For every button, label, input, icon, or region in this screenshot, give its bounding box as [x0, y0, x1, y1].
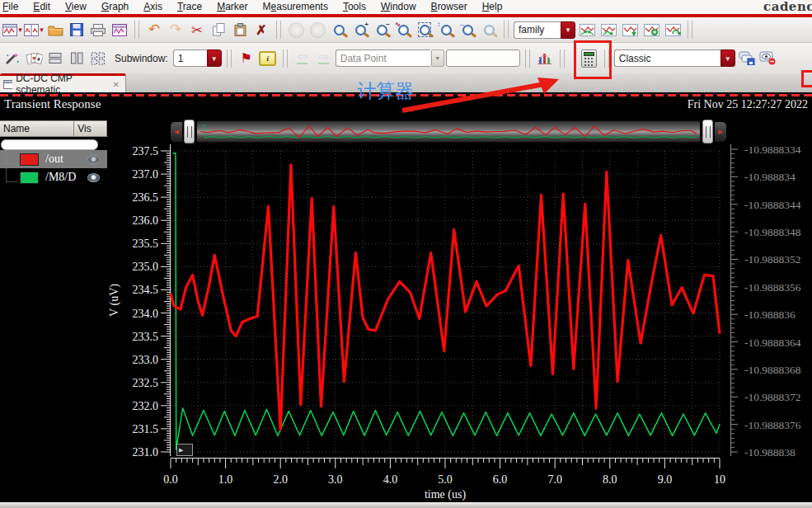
zoom-y-button[interactable]: ↔: [458, 19, 477, 40]
save-labels-button[interactable]: [737, 48, 757, 69]
graph-area[interactable]: Transient Response Fri Nov 25 12:27:27 2…: [0, 92, 812, 502]
dropdown-arrow-icon[interactable]: ▾: [561, 21, 575, 39]
new-subwindow-button[interactable]: ▾: [24, 19, 44, 40]
print-button[interactable]: [88, 19, 108, 40]
svg-text:0.0: 0.0: [163, 473, 178, 486]
x-axis-ticks: [171, 459, 720, 469]
menu-edit[interactable]: Edit: [26, 0, 58, 14]
vertical-split-button[interactable]: [67, 48, 87, 69]
menu-file[interactable]: File: [0, 0, 26, 14]
svg-text:-10.9888352: -10.9888352: [744, 253, 801, 266]
family-combo-value: family: [514, 21, 561, 39]
grid-layout-button[interactable]: [88, 48, 108, 69]
svg-text:232.0: 232.0: [133, 400, 159, 412]
undo-button[interactable]: ↶: [144, 19, 164, 40]
svg-text:-10.9888334: -10.9888334: [744, 143, 801, 156]
menu-measurements[interactable]: Measurements: [256, 0, 336, 14]
replay-button[interactable]: ▶: [176, 444, 193, 456]
copy-button[interactable]: [209, 19, 228, 40]
zoom-waveform-button[interactable]: ∿: [393, 19, 413, 40]
toolbar-separator: [227, 49, 232, 68]
combine-traces-button[interactable]: [598, 19, 618, 40]
tab-close-icon[interactable]: ✕: [113, 80, 120, 89]
dropdown-arrow-icon[interactable]: ▾: [720, 49, 735, 67]
appearance-combo[interactable]: Classic▾: [614, 49, 735, 67]
save-button[interactable]: [67, 19, 87, 40]
menu-browser[interactable]: Browser: [424, 0, 475, 14]
wizard-button[interactable]: ✦✦✦: [2, 48, 22, 69]
dropdown-arrow-icon[interactable]: ▾: [431, 49, 444, 67]
menu-view[interactable]: View: [58, 0, 94, 14]
annotation-button[interactable]: i: [258, 48, 278, 69]
subwindow-combo[interactable]: 1▾: [173, 49, 222, 67]
split-traces-button[interactable]: [620, 19, 640, 40]
menu-marker[interactable]: Marker: [209, 0, 255, 14]
add-strip-button[interactable]: [641, 19, 661, 40]
new-graph-window-button[interactable]: ▾: [2, 19, 22, 40]
graph-snapshot-button[interactable]: [110, 19, 129, 40]
svg-text:-10.9888364: -10.9888364: [744, 336, 801, 349]
menu-window[interactable]: Window: [373, 0, 424, 14]
subwindow-label: Subwindow:: [115, 53, 168, 64]
calculator-button[interactable]: [580, 48, 599, 69]
svg-text:232.5: 232.5: [133, 377, 159, 389]
redo-button[interactable]: ↷: [166, 19, 185, 40]
svg-text:10: 10: [714, 473, 725, 486]
fit-view-button[interactable]: [415, 19, 434, 40]
menu-graph[interactable]: Graph: [94, 0, 136, 14]
histogram-button[interactable]: [535, 48, 555, 69]
svg-text:8.0: 8.0: [603, 473, 617, 486]
family-combo[interactable]: family▾: [514, 21, 575, 39]
swap-traces-button[interactable]: [577, 19, 597, 40]
zoom-region-button[interactable]: [479, 19, 499, 40]
flag-button[interactable]: ⚑: [237, 48, 256, 69]
grid-lines: [171, 151, 720, 452]
menu-tools[interactable]: Tools: [336, 0, 373, 14]
zoom-button[interactable]: [329, 19, 349, 40]
svg-text:231.0: 231.0: [133, 446, 159, 459]
right-axis-ticks: [731, 144, 739, 456]
previous-point-button[interactable]: ⇦: [293, 48, 312, 69]
svg-text:237.5: 237.5: [133, 145, 159, 158]
svg-text:-10.9888356: -10.9888356: [744, 281, 801, 294]
data-point-value-field[interactable]: [446, 49, 520, 67]
svg-text:2.0: 2.0: [273, 473, 288, 486]
toolbar-separator: [283, 49, 288, 68]
toolbar-separator: [525, 49, 530, 68]
previous-zoom-button[interactable]: ◀: [286, 19, 306, 40]
annotation-highlight-fragment: [801, 70, 812, 87]
menu-trace[interactable]: Trace: [170, 0, 209, 14]
hide-labels-button[interactable]: [758, 48, 778, 69]
horizontal-split-button[interactable]: [45, 48, 65, 69]
annotation-highlight-box: [574, 40, 612, 79]
svg-text:236.5: 236.5: [133, 191, 159, 204]
dropdown-arrow-icon[interactable]: ▾: [207, 49, 222, 67]
svg-text:-10.988834: -10.988834: [744, 171, 796, 183]
next-point-button[interactable]: ⇨: [314, 48, 334, 69]
dropdown-arrow-icon[interactable]: ▾: [18, 26, 22, 34]
svg-text:1.0: 1.0: [218, 473, 233, 486]
dropdown-arrow-icon[interactable]: ▾: [40, 26, 44, 34]
plot-canvas[interactable]: 237.5237.0236.5236.0235.5235.0234.5234.0…: [0, 92, 812, 502]
delete-button[interactable]: ✗: [251, 19, 271, 40]
svg-text:235.0: 235.0: [133, 261, 159, 273]
toolbar-separator: [134, 21, 139, 39]
svg-text:✦: ✦: [13, 52, 19, 59]
zoom-in-button[interactable]: +: [350, 19, 370, 40]
toolbar-separator: [560, 49, 565, 68]
paste-button[interactable]: [230, 19, 250, 40]
toolbar-separator: [504, 21, 509, 39]
open-button[interactable]: [45, 19, 65, 40]
next-zoom-button[interactable]: ▶: [307, 19, 327, 40]
data-point-combo[interactable]: Data Point▾: [336, 49, 444, 67]
menu-axis[interactable]: Axis: [136, 0, 170, 14]
zoom-out-button[interactable]: −: [372, 19, 392, 40]
svg-text:234.0: 234.0: [133, 308, 159, 320]
menu-help[interactable]: Help: [475, 0, 510, 14]
eye-diagram-button[interactable]: ♥♠: [24, 48, 44, 69]
tab-dcdc-cmp-schematic[interactable]: DC-DC CMP schematic ✕: [0, 73, 126, 92]
cut-button[interactable]: ✂: [187, 19, 207, 40]
svg-text:V (uV): V (uV): [108, 284, 121, 317]
refresh-traces-button[interactable]: [663, 19, 683, 40]
zoom-x-button[interactable]: ↕: [436, 19, 456, 40]
